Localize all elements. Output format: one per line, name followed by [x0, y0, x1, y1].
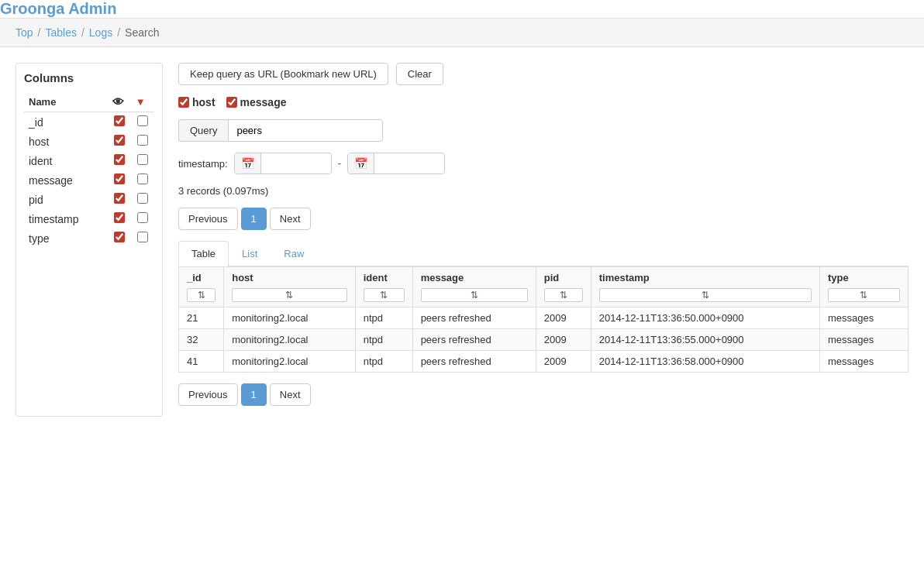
main-content: Columns Name 👁 ▼ _id: [0, 47, 924, 432]
col-row-filter[interactable]: [131, 132, 154, 151]
th-message: message ⇅: [412, 267, 536, 307]
host-checkbox[interactable]: [178, 97, 189, 108]
prev-button-bottom[interactable]: Previous: [178, 383, 238, 406]
table-row: timestamp: [24, 209, 154, 228]
table-row: 32monitoring2.localntpdpeers refreshed20…: [179, 329, 908, 351]
sort-ident[interactable]: ⇅: [364, 288, 405, 302]
td-ident: ntpd: [355, 329, 412, 351]
sort-message[interactable]: ⇅: [421, 288, 528, 302]
tab-list[interactable]: List: [229, 241, 271, 266]
filter-checkbox[interactable]: [137, 193, 148, 204]
td-message: peers refreshed: [412, 307, 536, 329]
col-row-name: pid: [24, 190, 108, 209]
col-row-name: type: [24, 228, 108, 248]
eye-checkbox[interactable]: [114, 232, 125, 242]
col-row-eye[interactable]: [108, 228, 131, 248]
col-row-filter[interactable]: [131, 151, 154, 170]
eye-checkbox[interactable]: [114, 173, 125, 184]
search-input[interactable]: [228, 119, 383, 142]
th-label-_id: _id: [187, 272, 215, 283]
col-row-name: message: [24, 170, 108, 190]
bookmark-button[interactable]: Keep query as URL (Bookmark new URL): [178, 63, 388, 85]
page-1-button-top[interactable]: 1: [241, 208, 267, 230]
sort-pid[interactable]: ⇅: [544, 288, 583, 302]
col-row-eye[interactable]: [108, 170, 131, 190]
message-checkbox[interactable]: [226, 97, 237, 108]
sort-type[interactable]: ⇅: [828, 288, 900, 302]
th-_id: _id ⇅: [179, 267, 224, 307]
table-row: 21monitoring2.localntpdpeers refreshed20…: [179, 307, 908, 329]
filter-checkbox[interactable]: [137, 232, 148, 242]
td-pid: 2009: [536, 307, 591, 329]
td-_id: 41: [179, 351, 224, 373]
columns-panel: Columns Name 👁 ▼ _id: [16, 63, 163, 417]
col-row-eye[interactable]: [108, 190, 131, 209]
column-checkboxes: host message: [178, 96, 908, 108]
next-button-bottom[interactable]: Next: [270, 383, 311, 406]
filter-checkbox[interactable]: [137, 154, 148, 165]
host-label: host: [192, 96, 215, 108]
sort-timestamp[interactable]: ⇅: [599, 288, 812, 302]
col-row-filter[interactable]: [131, 170, 154, 190]
table-row: 41monitoring2.localntpdpeers refreshed20…: [179, 351, 908, 373]
col-row-filter[interactable]: [131, 209, 154, 228]
breadcrumb-tables[interactable]: Tables: [45, 26, 76, 39]
page-1-button-bottom[interactable]: 1: [241, 383, 267, 406]
col-row-name: ident: [24, 151, 108, 170]
col-row-eye[interactable]: [108, 209, 131, 228]
col-header-name: Name: [24, 92, 108, 112]
eye-checkbox[interactable]: [114, 193, 125, 204]
td-_id: 32: [179, 329, 224, 351]
th-label-ident: ident: [364, 272, 405, 283]
message-label: message: [240, 96, 287, 108]
col-row-eye[interactable]: [108, 132, 131, 151]
timestamp-separator: -: [338, 157, 342, 170]
sort-host[interactable]: ⇅: [232, 288, 346, 302]
td-message: peers refreshed: [412, 351, 536, 373]
sort-_id[interactable]: ⇅: [187, 288, 215, 302]
td-timestamp: 2014-12-11T13:36:58.000+0900: [591, 351, 819, 373]
clear-button[interactable]: Clear: [396, 63, 443, 85]
eye-checkbox[interactable]: [114, 115, 125, 126]
timestamp-from-cal[interactable]: 📅: [235, 153, 261, 173]
breadcrumb-logs[interactable]: Logs: [89, 26, 112, 39]
eye-checkbox[interactable]: [114, 154, 125, 165]
col-check-message: message: [226, 96, 287, 108]
breadcrumb-sep-3: /: [117, 26, 120, 39]
eye-checkbox[interactable]: [114, 135, 125, 146]
timestamp-from-input[interactable]: [261, 154, 331, 173]
filter-checkbox[interactable]: [137, 115, 148, 126]
td-host: monitoring2.local: [224, 329, 355, 351]
col-check-host: host: [178, 96, 215, 108]
prev-button-top[interactable]: Previous: [178, 208, 238, 230]
tab-raw[interactable]: Raw: [271, 241, 317, 266]
th-type: type ⇅: [819, 267, 908, 307]
col-row-name: timestamp: [24, 209, 108, 228]
table-row: type: [24, 228, 154, 248]
filter-checkbox[interactable]: [137, 212, 148, 223]
tab-table[interactable]: Table: [178, 241, 229, 266]
col-header-filter: ▼: [131, 92, 154, 112]
timestamp-to-input[interactable]: [374, 154, 444, 173]
next-button-top[interactable]: Next: [270, 208, 311, 230]
td-message: peers refreshed: [412, 329, 536, 351]
col-row-eye[interactable]: [108, 112, 131, 132]
filter-checkbox[interactable]: [137, 173, 148, 184]
col-row-eye[interactable]: [108, 151, 131, 170]
td-host: monitoring2.local: [224, 307, 355, 329]
col-row-filter[interactable]: [131, 190, 154, 209]
th-ident: ident ⇅: [355, 267, 412, 307]
col-row-filter[interactable]: [131, 228, 154, 248]
timestamp-from-group: 📅: [234, 153, 332, 174]
filter-checkbox[interactable]: [137, 135, 148, 146]
timestamp-to-group: 📅: [347, 153, 445, 174]
th-label-message: message: [421, 272, 528, 283]
pagination-bottom: Previous 1 Next: [178, 383, 908, 406]
breadcrumb-top[interactable]: Top: [16, 26, 33, 39]
eye-checkbox[interactable]: [114, 212, 125, 223]
timestamp-to-cal[interactable]: 📅: [348, 153, 374, 173]
toolbar: Keep query as URL (Bookmark new URL) Cle…: [178, 63, 908, 85]
table-row: ident: [24, 151, 154, 170]
th-label-pid: pid: [544, 272, 583, 283]
col-row-filter[interactable]: [131, 112, 154, 132]
